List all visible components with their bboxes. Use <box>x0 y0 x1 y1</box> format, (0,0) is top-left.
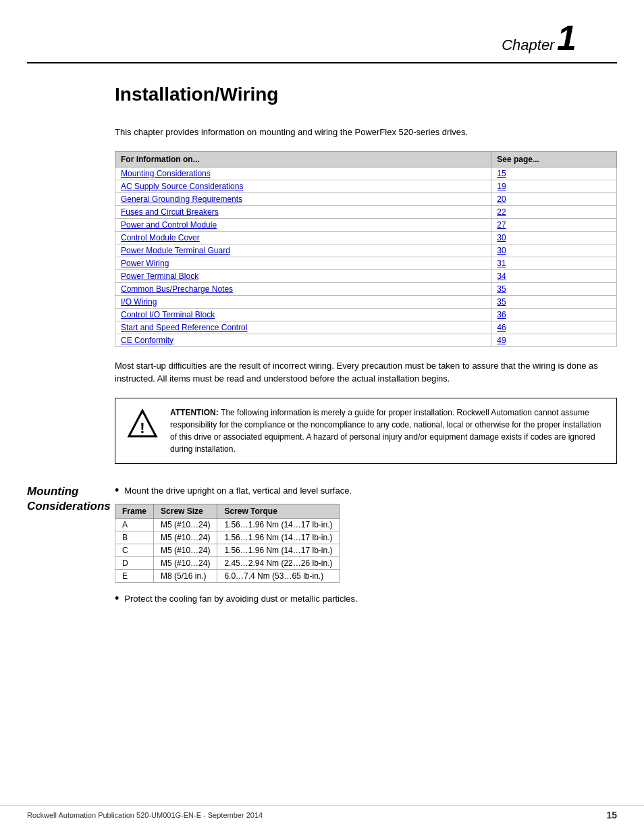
footer-text: Rockwell Automation Publication 520-UM00… <box>27 811 263 819</box>
attention-label: ATTENTION: <box>170 408 221 417</box>
screw-row: AM5 (#10…24)1.56…1.96 Nm (14…17 lb-in.) <box>115 519 340 531</box>
chapter-number: 1 <box>557 18 576 57</box>
toc-cell-label: General Grounding Requirements <box>115 192 491 205</box>
toc-cell-page: 36 <box>491 308 617 321</box>
screw-cell-torque: 6.0…7.4 Nm (53…65 lb-in.) <box>217 570 340 583</box>
screw-col-size: Screw Size <box>154 504 217 519</box>
toc-page-link[interactable]: 19 <box>497 182 506 191</box>
attention-icon: ! <box>124 408 161 440</box>
toc-row: I/O Wiring35 <box>115 295 617 308</box>
page-title: Installation/Wiring <box>115 84 617 105</box>
toc-link[interactable]: Fuses and Circuit Breakers <box>121 207 219 217</box>
chapter-label: Chapter <box>502 36 554 53</box>
chapter-header: Chapter 1 <box>27 0 617 63</box>
toc-cell-page: 19 <box>491 180 617 192</box>
toc-cell-label: Control I/O Terminal Block <box>115 308 491 321</box>
page-number: 15 <box>606 810 617 820</box>
toc-link[interactable]: Power and Control Module <box>121 220 217 230</box>
screw-cell-torque: 1.56…1.96 Nm (14…17 lb-in.) <box>217 544 340 557</box>
toc-page-link[interactable]: 49 <box>497 336 506 345</box>
toc-page-link[interactable]: 30 <box>497 246 506 255</box>
toc-link[interactable]: Power Wiring <box>121 259 169 268</box>
screw-cell-screw: M8 (5/16 in.) <box>154 570 217 583</box>
toc-cell-label: Start and Speed Reference Control <box>115 321 491 334</box>
toc-cell-page: 35 <box>491 295 617 308</box>
mounting-section: Mounting Considerations • Mount the driv… <box>27 484 617 613</box>
toc-link[interactable]: AC Supply Source Considerations <box>121 182 243 191</box>
toc-page-link[interactable]: 27 <box>497 220 506 230</box>
toc-page-link[interactable]: 20 <box>497 194 506 204</box>
toc-page-link[interactable]: 30 <box>497 233 506 242</box>
intro-text: This chapter provides information on mou… <box>115 126 617 139</box>
toc-link[interactable]: General Grounding Requirements <box>121 194 242 204</box>
toc-cell-label: CE Conformity <box>115 334 491 346</box>
screw-col-frame: Frame <box>115 504 154 519</box>
screw-cell-frame: B <box>115 531 154 544</box>
screw-col-torque: Screw Torque <box>217 504 340 519</box>
toc-cell-page: 30 <box>491 231 617 244</box>
toc-row: Power Wiring31 <box>115 257 617 269</box>
bullet-dot-2: • <box>115 592 119 606</box>
toc-row: Start and Speed Reference Control46 <box>115 321 617 334</box>
screw-cell-frame: C <box>115 544 154 557</box>
screw-table: Frame Screw Size Screw Torque AM5 (#10…2… <box>115 504 340 583</box>
toc-link[interactable]: Power Terminal Block <box>121 271 198 281</box>
toc-cell-page: 35 <box>491 282 617 295</box>
toc-table: For information on... See page... Mounti… <box>115 151 617 347</box>
screw-cell-torque: 1.56…1.96 Nm (14…17 lb-in.) <box>217 519 340 531</box>
toc-page-link[interactable]: 22 <box>497 207 506 217</box>
toc-page-link[interactable]: 15 <box>497 169 506 178</box>
toc-page-link[interactable]: 34 <box>497 271 506 281</box>
svg-text:!: ! <box>140 419 144 436</box>
toc-row: Power and Control Module27 <box>115 218 617 231</box>
mounting-bullet-2: • Protect the cooling fan by avoiding du… <box>115 592 617 606</box>
toc-page-link[interactable]: 36 <box>497 310 506 319</box>
page-container: Chapter 1 Installation/Wiring This chapt… <box>0 0 644 834</box>
toc-row: Fuses and Circuit Breakers22 <box>115 205 617 218</box>
toc-header-info: For information on... <box>115 151 491 167</box>
mounting-bullet-1-text: Mount the drive upright on a flat, verti… <box>124 484 352 498</box>
toc-row: Control I/O Terminal Block36 <box>115 308 617 321</box>
toc-cell-page: 15 <box>491 167 617 180</box>
toc-row: General Grounding Requirements20 <box>115 192 617 205</box>
toc-cell-label: Fuses and Circuit Breakers <box>115 205 491 218</box>
toc-row: AC Supply Source Considerations19 <box>115 180 617 192</box>
screw-cell-screw: M5 (#10…24) <box>154 531 217 544</box>
mounting-sidebar: Mounting Considerations <box>27 484 115 514</box>
toc-link[interactable]: Control I/O Terminal Block <box>121 310 215 319</box>
toc-link[interactable]: CE Conformity <box>121 336 173 345</box>
toc-cell-label: Power Module Terminal Guard <box>115 244 491 257</box>
toc-cell-page: 31 <box>491 257 617 269</box>
toc-row: Control Module Cover30 <box>115 231 617 244</box>
toc-cell-label: Power and Control Module <box>115 218 491 231</box>
toc-page-link[interactable]: 31 <box>497 259 506 268</box>
mounting-sidebar-title: Mounting Considerations <box>27 484 115 514</box>
screw-cell-screw: M5 (#10…24) <box>154 544 217 557</box>
screw-cell-screw: M5 (#10…24) <box>154 557 217 570</box>
toc-link[interactable]: Control Module Cover <box>121 233 200 242</box>
toc-link[interactable]: Common Bus/Precharge Notes <box>121 284 233 294</box>
attention-text: ATTENTION: The following information is … <box>170 407 608 455</box>
toc-cell-label: Power Terminal Block <box>115 269 491 282</box>
attention-body: The following information is merely a gu… <box>170 408 601 454</box>
toc-cell-label: Mounting Considerations <box>115 167 491 180</box>
screw-cell-torque: 2.45…2.94 Nm (22…26 lb-in.) <box>217 557 340 570</box>
screw-cell-torque: 1.56…1.96 Nm (14…17 lb-in.) <box>217 531 340 544</box>
mounting-bullet-2-text: Protect the cooling fan by avoiding dust… <box>124 592 357 606</box>
toc-page-link[interactable]: 46 <box>497 323 506 332</box>
toc-link[interactable]: Power Module Terminal Guard <box>121 246 230 255</box>
toc-link[interactable]: I/O Wiring <box>121 297 157 307</box>
toc-cell-page: 22 <box>491 205 617 218</box>
toc-link[interactable]: Start and Speed Reference Control <box>121 323 247 332</box>
toc-page-link[interactable]: 35 <box>497 284 506 294</box>
screw-row: CM5 (#10…24)1.56…1.96 Nm (14…17 lb-in.) <box>115 544 340 557</box>
screw-row: BM5 (#10…24)1.56…1.96 Nm (14…17 lb-in.) <box>115 531 340 544</box>
toc-link[interactable]: Mounting Considerations <box>121 169 211 178</box>
warning-paragraph: Most start-up difficulties are the resul… <box>115 359 617 386</box>
bullet-dot-1: • <box>115 484 119 498</box>
toc-row: CE Conformity49 <box>115 334 617 346</box>
toc-cell-page: 20 <box>491 192 617 205</box>
toc-cell-page: 34 <box>491 269 617 282</box>
toc-cell-label: Power Wiring <box>115 257 491 269</box>
toc-page-link[interactable]: 35 <box>497 297 506 307</box>
